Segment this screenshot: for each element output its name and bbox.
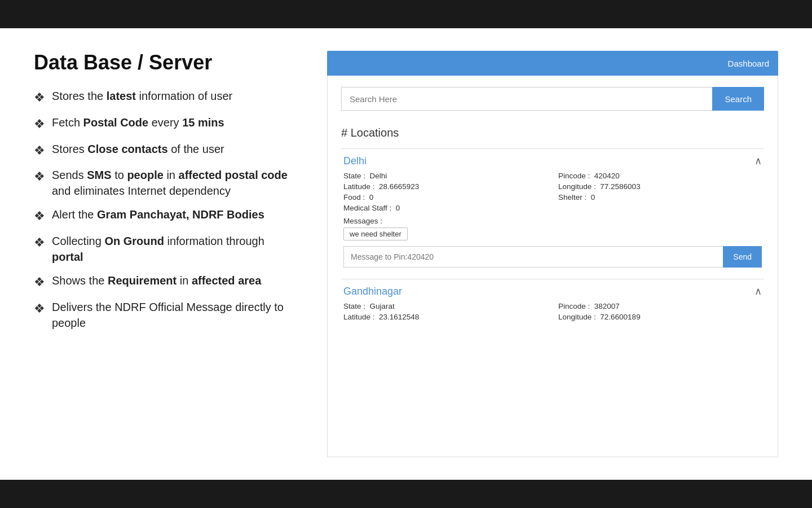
- message-input-delhi[interactable]: [343, 246, 723, 268]
- list-item: ❖ Alert the Gram Panchayat, NDRF Bodies: [34, 207, 293, 225]
- location-header-gandhinagar[interactable]: Gandhinagar ∧: [341, 279, 764, 302]
- chevron-up-icon-gandhinagar: ∧: [754, 285, 762, 297]
- messages-label: Messages :: [343, 217, 762, 225]
- left-panel: Data Base / Server ❖ Stores the latest i…: [34, 51, 293, 457]
- search-button[interactable]: Search: [712, 87, 764, 111]
- bullet-text: Sends SMS to people in affected postal c…: [52, 167, 293, 199]
- shelter-delhi: Shelter : 0: [558, 193, 762, 202]
- diamond-icon: ❖: [34, 116, 45, 133]
- top-bar: [0, 0, 812, 28]
- diamond-icon: ❖: [34, 234, 45, 252]
- diamond-icon: ❖: [34, 89, 45, 107]
- food-delhi: Food : 0: [343, 193, 547, 202]
- location-name-gandhinagar: Gandhinagar: [343, 286, 402, 297]
- page-title: Data Base / Server: [34, 51, 293, 75]
- bullet-text: Stores Close contacts of the user: [52, 141, 224, 157]
- dashboard-nav: Dashboard: [327, 51, 778, 76]
- pincode-gandhinagar: Pincode : 382007: [558, 302, 762, 310]
- latitude-delhi: Latitude : 28.6665923: [343, 182, 547, 191]
- diamond-icon: ❖: [34, 300, 45, 318]
- location-block-delhi: Delhi ∧ State : Delhi Pincode : 420420 L…: [341, 148, 764, 274]
- bullet-text: Fetch Postal Code every 15 mins: [52, 115, 224, 130]
- bullet-text: Alert the Gram Panchayat, NDRF Bodies: [52, 207, 264, 222]
- bullet-list: ❖ Stores the latest information of user …: [34, 88, 293, 331]
- diamond-icon: ❖: [34, 208, 45, 225]
- send-button-delhi[interactable]: Send: [723, 246, 762, 268]
- dashboard-body: Search # Locations Delhi ∧ State : Delhi…: [327, 76, 778, 457]
- state-gandhinagar: State : Gujarat: [343, 302, 547, 310]
- bullet-text: Shows the Requirement in affected area: [52, 273, 261, 288]
- pincode-delhi: Pincode : 420420: [558, 172, 762, 180]
- bottom-bar: [0, 480, 812, 508]
- list-item: ❖ Collecting On Ground information throu…: [34, 233, 293, 265]
- diamond-icon: ❖: [34, 168, 45, 186]
- longitude-gandhinagar: Longitude : 72.6600189: [558, 313, 762, 321]
- list-item: ❖ Fetch Postal Code every 15 mins: [34, 115, 293, 133]
- list-item: ❖ Delivers the NDRF Official Message dir…: [34, 299, 293, 331]
- diamond-icon: ❖: [34, 274, 45, 291]
- location-block-gandhinagar: Gandhinagar ∧ State : Gujarat Pincode : …: [341, 279, 764, 323]
- messages-section-delhi: Messages : we need shelter Send: [343, 217, 762, 268]
- location-header-delhi[interactable]: Delhi ∧: [341, 149, 764, 172]
- search-row: Search: [341, 87, 764, 111]
- diamond-icon: ❖: [34, 142, 45, 160]
- location-name-delhi: Delhi: [343, 155, 367, 167]
- chevron-up-icon-delhi: ∧: [754, 155, 762, 167]
- list-item: ❖ Shows the Requirement in affected area: [34, 273, 293, 291]
- medical-delhi: Medical Staff : 0: [343, 204, 547, 212]
- message-tag-delhi: we need shelter: [343, 227, 408, 240]
- bullet-text: Collecting On Ground information through…: [52, 233, 293, 265]
- bullet-text: Stores the latest information of user: [52, 88, 232, 104]
- message-input-row-delhi: Send: [343, 246, 762, 268]
- list-item: ❖ Stores Close contacts of the user: [34, 141, 293, 160]
- location-details-gandhinagar: State : Gujarat Pincode : 382007 Latitud…: [341, 302, 764, 323]
- search-input[interactable]: [341, 87, 712, 111]
- locations-heading: # Locations: [341, 126, 764, 139]
- list-item: ❖ Sends SMS to people in affected postal…: [34, 167, 293, 199]
- location-details-delhi: State : Delhi Pincode : 420420 Latitude …: [341, 172, 764, 274]
- dashboard-nav-label: Dashboard: [728, 59, 769, 68]
- right-panel: Dashboard Search # Locations Delhi ∧ Sta…: [327, 51, 778, 457]
- bullet-text: Delivers the NDRF Official Message direc…: [52, 299, 293, 331]
- longitude-delhi: Longitude : 77.2586003: [558, 182, 762, 191]
- state-delhi: State : Delhi: [343, 172, 547, 180]
- latitude-gandhinagar: Latitude : 23.1612548: [343, 313, 547, 321]
- main-content: Data Base / Server ❖ Stores the latest i…: [0, 28, 812, 480]
- list-item: ❖ Stores the latest information of user: [34, 88, 293, 107]
